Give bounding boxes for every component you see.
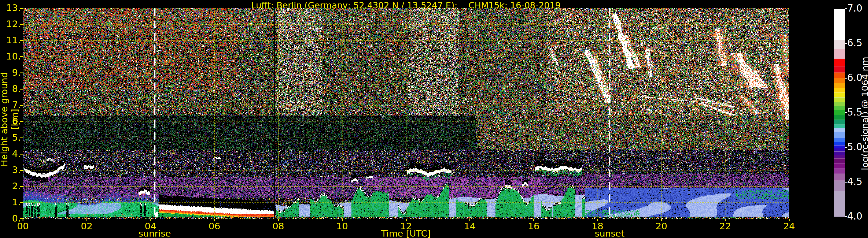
colorbar-segment	[834, 106, 845, 110]
colorbar-segment	[834, 83, 845, 88]
y-tick-label: 0.	[0, 213, 21, 224]
ceilometer-quicklook: Lufft: Berlin (Germany; 52.4302 N / 13.5…	[0, 0, 868, 238]
y-tick-label: 10.	[0, 51, 21, 62]
x-tick-label: 20	[655, 221, 667, 232]
colorbar-segment	[834, 97, 845, 101]
colorbar-segment	[834, 145, 845, 148]
x-tick-label: 08	[273, 221, 284, 232]
colorbar-segment	[834, 155, 845, 158]
colorbar-segment	[834, 168, 845, 174]
colorbar-tick	[845, 8, 847, 9]
sunrise-label: sunrise	[138, 228, 171, 238]
colorbar-tick	[845, 78, 847, 78]
y-tick-label: 12.	[0, 19, 21, 30]
colorbar-segment	[834, 110, 845, 115]
colorbar-tick	[845, 43, 847, 44]
colorbar-segment	[834, 137, 845, 141]
x-tick-label: 14	[464, 221, 476, 232]
y-tick-label: 13.	[0, 2, 21, 13]
colorbar-segment	[834, 59, 845, 66]
colorbar-segment	[834, 93, 845, 97]
colorbar-segment	[834, 9, 845, 40]
colorbar	[834, 9, 845, 217]
colorbar-tick-label: 7.0	[847, 3, 862, 14]
x-tick-label: 24	[783, 221, 795, 232]
x-tick-label: 10	[336, 221, 348, 232]
x-tick-label: 16	[528, 221, 540, 232]
colorbar-segment	[834, 148, 845, 151]
colorbar-segment	[834, 78, 845, 83]
x-tick-label: 02	[81, 221, 93, 232]
colorbar-tick-label: 6.5	[847, 37, 862, 48]
colorbar-tick	[845, 182, 847, 182]
colorbar-segment	[834, 120, 845, 125]
colorbar-tick-label: 4.0	[847, 210, 862, 222]
colorbar-segment	[834, 180, 845, 191]
colorbar-tick	[845, 112, 847, 113]
colorbar-segment	[834, 49, 845, 59]
y-tick-label: 11.	[0, 35, 21, 46]
colorbar-segment	[834, 125, 845, 128]
colorbar-title: log(rc-signal) @ 1064 nm	[860, 56, 868, 171]
colorbar-segment	[834, 115, 845, 120]
colorbar-segment	[834, 66, 845, 72]
y-tick-label: 2.	[0, 180, 21, 192]
colorbar-segment	[834, 40, 845, 49]
colorbar-segment	[834, 102, 845, 106]
colorbar-segment	[834, 151, 845, 155]
colorbar-segment	[834, 72, 845, 78]
colorbar-segment	[834, 88, 845, 93]
sunset-label: sunset	[595, 228, 624, 238]
colorbar-tick	[845, 147, 847, 148]
colorbar-segment	[834, 128, 845, 131]
x-tick-label: 22	[719, 221, 731, 232]
colorbar-segment	[834, 158, 845, 163]
colorbar-segment	[834, 191, 845, 217]
y-tick-label: 1.	[0, 197, 21, 208]
ceilometer-heatmap-canvas	[23, 8, 789, 219]
colorbar-segment	[834, 131, 845, 138]
colorbar-segment	[834, 142, 845, 145]
colorbar-tick	[845, 216, 847, 217]
x-tick-label: 06	[209, 221, 220, 232]
x-axis-title: Time [UTC]	[381, 228, 431, 238]
colorbar-segment	[834, 163, 845, 168]
y-axis-title: Height above ground [km]	[0, 62, 20, 177]
colorbar-tick-label: 4.5	[847, 176, 862, 187]
colorbar-segment	[834, 174, 845, 180]
